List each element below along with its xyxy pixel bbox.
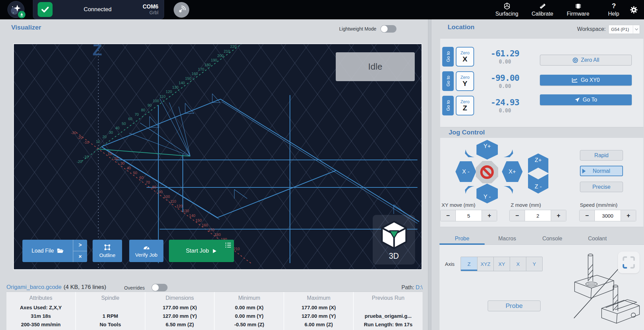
svg-text:210: 210 <box>224 49 230 53</box>
job-list-icon[interactable] <box>225 242 232 250</box>
settings-gear-icon[interactable] <box>629 5 638 14</box>
stats-col-maximum: Maximum 177.00 mm (X) 127.00 mm (Y) 6.00… <box>284 292 353 330</box>
jog-preset-precise[interactable]: Precise <box>580 182 623 192</box>
svg-text:190: 190 <box>211 58 217 62</box>
goto-z-button[interactable]: Go to <box>442 96 454 115</box>
nav-firmware[interactable]: Firmware <box>560 0 596 19</box>
help-icon: ? <box>610 2 618 10</box>
svg-text:60: 60 <box>139 176 143 180</box>
gcode-file-meta: (4 KB, 176 lines) <box>64 284 106 290</box>
connection-widget[interactable]: Connected COM6 Grbl <box>33 0 164 19</box>
xy-move-increase-button[interactable]: + <box>482 210 497 221</box>
zero-x-button[interactable]: Zero X <box>456 47 474 67</box>
table-cell: 200-350 mm/min <box>6 320 75 329</box>
goto-x-button[interactable]: Go to <box>442 47 454 67</box>
load-file-button[interactable]: Load File > × <box>22 240 87 262</box>
verify-job-button[interactable]: Verify Job <box>129 240 163 262</box>
connected-check-icon[interactable] <box>38 2 53 17</box>
svg-text:-30: -30 <box>71 131 76 135</box>
update-download-badge-icon[interactable] <box>18 11 25 18</box>
jog-stop-button[interactable] <box>476 161 498 183</box>
column-header: Minimum <box>215 295 284 301</box>
svg-text:130: 130 <box>183 209 189 213</box>
table-cell: 127.00 mm (Y) <box>145 312 214 320</box>
load-file-more-button[interactable]: > <box>73 240 87 251</box>
jog-diagonal-up-left-button[interactable] <box>464 149 475 158</box>
svg-text:80: 80 <box>141 108 145 112</box>
speed-decrease-button[interactable]: − <box>580 210 595 221</box>
expand-panel-button[interactable] <box>618 252 640 273</box>
zero-y-button[interactable]: Zero Y <box>456 71 474 91</box>
surfacing-icon <box>503 2 511 10</box>
svg-text:160: 160 <box>202 223 208 227</box>
svg-text:40: 40 <box>127 166 131 170</box>
zero-z-button[interactable]: Zero Z <box>456 96 474 115</box>
location-title: Location <box>448 23 474 31</box>
svg-text:-10: -10 <box>83 140 89 144</box>
column-header: Spindle <box>76 295 145 301</box>
svg-text:90: 90 <box>148 103 152 107</box>
probe-button[interactable]: Probe <box>488 300 541 311</box>
zero-label: Zero <box>461 75 470 80</box>
probe-axis-y[interactable]: Y <box>526 257 542 271</box>
view-3d-button[interactable]: 3D <box>373 215 415 264</box>
probe-axis-x[interactable]: X <box>510 257 526 271</box>
control-sidebar: Location Workspace: G54 (P1) Go to Zero … <box>440 19 644 330</box>
disconnect-button[interactable] <box>174 2 189 18</box>
chart-line-icon <box>572 77 578 83</box>
go-xy0-button[interactable]: Go XY0 <box>540 75 632 86</box>
gcode-visualizer-canvas[interactable]: 1020304050607080901001101201301401501601… <box>13 43 422 270</box>
verify-job-label: Verify Job <box>135 252 158 258</box>
unload-file-button[interactable]: × <box>73 251 87 262</box>
z-move-decrease-button[interactable]: − <box>510 210 525 221</box>
z-move-value[interactable]: 2 <box>525 210 551 221</box>
zero-all-button[interactable]: Zero All <box>540 55 632 66</box>
nav-surfacing[interactable]: Surfacing <box>489 0 525 19</box>
tab-coolant[interactable]: Coolant <box>575 233 620 244</box>
jog-preset-normal[interactable]: Normal <box>580 166 623 176</box>
svg-text:50: 50 <box>133 171 137 175</box>
table-cell: Axes Used: Z,X,Y <box>6 303 75 312</box>
go-to-button[interactable]: Go To <box>540 94 632 105</box>
xy-move-decrease-button[interactable]: − <box>441 210 456 221</box>
outline-button[interactable]: Outline <box>93 240 122 262</box>
tab-console[interactable]: Console <box>530 233 575 244</box>
jog-diagonal-down-left-button[interactable] <box>464 185 475 195</box>
jog-preset-rapid[interactable]: Rapid <box>580 150 623 161</box>
speed-stepper: − 3000 + <box>579 210 636 221</box>
stats-col-previous-run: Previous Run prueba_origami.g... Run Len… <box>354 292 423 330</box>
gcode-file-name[interactable]: Origami_barco.gcode <box>6 284 62 290</box>
tab-probe[interactable]: Probe <box>440 233 485 244</box>
probe-axis-z[interactable]: Z <box>461 257 477 271</box>
cube-3d-icon <box>378 219 410 251</box>
svg-text:?: ? <box>611 2 616 10</box>
start-job-button[interactable]: Start Job <box>169 240 234 262</box>
probe-axis-xy[interactable]: XY <box>493 257 510 271</box>
speed-value[interactable]: 3000 <box>595 210 621 221</box>
app-logo-icon[interactable] <box>7 1 24 18</box>
xy-move-value[interactable]: 5 <box>456 210 482 221</box>
lightweight-mode-toggle[interactable] <box>380 25 396 33</box>
fullscreen-corners-icon <box>622 255 636 270</box>
go-to-label: Go To <box>583 97 597 103</box>
nav-label: Help <box>608 11 619 17</box>
path-value[interactable]: D:\ <box>416 285 423 290</box>
nav-calibrate[interactable]: Calibrate <box>525 0 560 19</box>
overrides-toggle[interactable] <box>152 284 168 291</box>
svg-text:150: 150 <box>195 218 201 222</box>
z-move-increase-button[interactable]: + <box>551 210 566 221</box>
tab-macros[interactable]: Macros <box>485 233 530 244</box>
svg-text:10: 10 <box>96 140 100 144</box>
outline-label: Outline <box>99 252 116 258</box>
jog-diagonal-up-right-button[interactable] <box>503 149 514 158</box>
table-cell: 1 RPM <box>76 312 145 320</box>
jog-diagonal-down-right-button[interactable] <box>503 185 514 195</box>
workspace-select[interactable]: G54 (P1) <box>608 25 640 34</box>
speed-increase-button[interactable]: + <box>621 210 636 221</box>
nav-help[interactable]: ? Help <box>596 0 631 19</box>
goto-y-button[interactable]: Go to <box>442 71 454 91</box>
table-cell <box>354 303 423 312</box>
axis-letter: Z <box>463 104 467 112</box>
probe-axis-xyz[interactable]: XYZ <box>477 257 493 271</box>
svg-text:80: 80 <box>152 185 156 189</box>
